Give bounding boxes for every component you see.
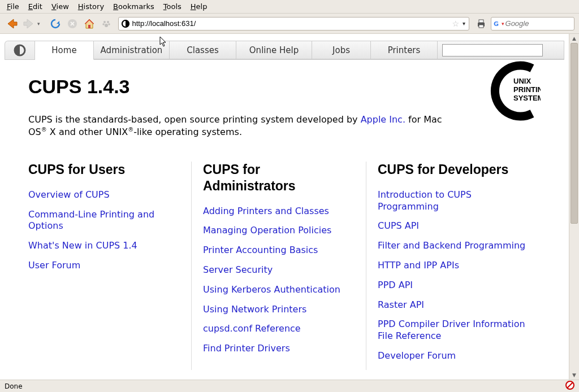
col-devs: CUPS for Developers Introduction to CUPS…: [366, 162, 541, 370]
doc-link[interactable]: User Forum: [28, 260, 180, 272]
tab-administration[interactable]: Administration: [94, 41, 170, 59]
svg-point-2: [103, 21, 106, 23]
search-bar[interactable]: G ▾: [491, 17, 574, 31]
doc-link[interactable]: Introduction to CUPS Programming: [378, 189, 529, 213]
doc-link[interactable]: PPD Compiler Driver Information File Ref…: [378, 319, 529, 342]
menu-file[interactable]: File: [2, 1, 24, 12]
doc-link[interactable]: Command-Line Printing and Options: [28, 209, 180, 233]
svg-point-4: [102, 23, 104, 25]
nav-history-dropdown[interactable]: ▾: [37, 21, 40, 27]
bookmark-star-icon[interactable]: ☆: [452, 19, 459, 28]
doc-link[interactable]: Raster API: [378, 299, 529, 311]
search-input[interactable]: [505, 19, 579, 28]
viewport: Home Administration Classes Online Help …: [0, 34, 579, 380]
url-input[interactable]: [132, 19, 450, 28]
doc-link[interactable]: Overview of CUPS: [28, 189, 180, 201]
scroll-down-button[interactable]: ▼: [569, 371, 579, 380]
back-button[interactable]: [5, 16, 19, 31]
reload-button[interactable]: [48, 16, 63, 31]
tab-online-help[interactable]: Online Help: [236, 41, 312, 59]
intro-text: CUPS is the standards-based, open source…: [28, 114, 447, 139]
col-admins-links: Adding Printers and ClassesManaging Oper…: [203, 206, 355, 355]
doc-link[interactable]: Using Kerberos Authentication: [203, 284, 355, 296]
scroll-up-button[interactable]: ▲: [569, 34, 579, 43]
cups-tabbar: Home Administration Classes Online Help …: [5, 41, 564, 60]
svg-text:PRINTING: PRINTING: [513, 85, 541, 94]
svg-point-3: [107, 21, 109, 23]
doc-link[interactable]: Developer Forum: [378, 350, 529, 362]
search-engine-icon[interactable]: G ▾: [494, 20, 504, 28]
favicon-icon: [121, 19, 130, 28]
page-content: Home Administration Classes Online Help …: [0, 34, 569, 380]
col-users: CUPS for Users Overview of CUPSCommand-L…: [28, 162, 191, 370]
doc-link[interactable]: Managing Operation Policies: [203, 225, 355, 237]
doc-link[interactable]: PPD API: [378, 280, 529, 291]
svg-text:UNIX: UNIX: [513, 77, 531, 85]
home-button[interactable]: [82, 16, 97, 31]
menu-tools[interactable]: Tools: [159, 1, 186, 12]
svg-rect-9: [479, 20, 483, 23]
status-text: Done: [5, 382, 23, 390]
tab-home[interactable]: Home: [35, 41, 94, 60]
url-bar[interactable]: ☆ ▾: [118, 17, 469, 31]
svg-rect-1: [88, 25, 90, 28]
doc-link[interactable]: What's New in CUPS 1.4: [28, 240, 180, 252]
statusbar: Done: [0, 380, 579, 392]
menubar: File Edit View History Bookmarks Tools H…: [0, 0, 579, 14]
forward-button[interactable]: [21, 16, 36, 31]
tab-printers[interactable]: Printers: [371, 41, 438, 59]
doc-link[interactable]: Adding Printers and Classes: [203, 206, 355, 217]
page-title: CUPS 1.4.3: [28, 76, 541, 98]
paw-button[interactable]: [99, 16, 114, 31]
svg-text:G: G: [494, 20, 499, 28]
apple-link[interactable]: Apple Inc.: [361, 114, 405, 125]
cups-body: CUPS 1.4.3 UNIX PRINTING SYSTEM CUPS is …: [0, 60, 569, 370]
link-columns: CUPS for Users Overview of CUPSCommand-L…: [28, 162, 541, 370]
menu-history[interactable]: History: [74, 1, 109, 12]
doc-link[interactable]: Filter and Backend Programming: [378, 240, 529, 252]
tab-classes[interactable]: Classes: [170, 41, 236, 59]
svg-text:SYSTEM: SYSTEM: [513, 94, 541, 102]
col-users-heading: CUPS for Users: [28, 162, 180, 178]
doc-link[interactable]: cupsd.conf Reference: [203, 323, 355, 335]
menu-bookmarks[interactable]: Bookmarks: [109, 1, 159, 12]
doc-link[interactable]: Server Security: [203, 264, 355, 276]
menu-edit[interactable]: Edit: [24, 1, 47, 12]
stop-button[interactable]: [65, 16, 80, 31]
svg-point-5: [108, 23, 110, 25]
scrollbar[interactable]: ▲ ▼: [569, 34, 579, 380]
cups-unix-logo: UNIX PRINTING SYSTEM: [484, 60, 541, 122]
tab-jobs[interactable]: Jobs: [312, 41, 371, 59]
cups-search-cell: [438, 41, 564, 59]
col-devs-links: Introduction to CUPS ProgrammingCUPS API…: [378, 189, 529, 362]
url-history-dropdown[interactable]: ▾: [461, 20, 466, 27]
cups-logo-small[interactable]: [5, 41, 35, 59]
toolbar: ▾ ☆ ▾ G ▾: [0, 14, 579, 34]
svg-point-6: [105, 24, 108, 27]
col-admins-heading: CUPS for Administrators: [203, 162, 355, 194]
menu-view[interactable]: View: [47, 1, 74, 12]
svg-rect-10: [479, 25, 483, 28]
doc-link[interactable]: CUPS API: [378, 220, 529, 232]
cups-search-input[interactable]: [442, 44, 543, 56]
col-devs-heading: CUPS for Developers: [378, 162, 529, 178]
doc-link[interactable]: Find Printer Drivers: [203, 343, 355, 355]
print-button[interactable]: [474, 16, 489, 31]
noscript-icon[interactable]: [565, 381, 574, 391]
col-users-links: Overview of CUPSCommand-Line Printing an…: [28, 189, 180, 272]
col-admins: CUPS for Administrators Adding Printers …: [191, 162, 366, 370]
doc-link[interactable]: Using Network Printers: [203, 304, 355, 316]
scrollbar-thumb[interactable]: [571, 43, 578, 224]
doc-link[interactable]: HTTP and IPP APIs: [378, 260, 529, 272]
doc-link[interactable]: Printer Accounting Basics: [203, 245, 355, 256]
menu-help[interactable]: Help: [186, 1, 212, 12]
